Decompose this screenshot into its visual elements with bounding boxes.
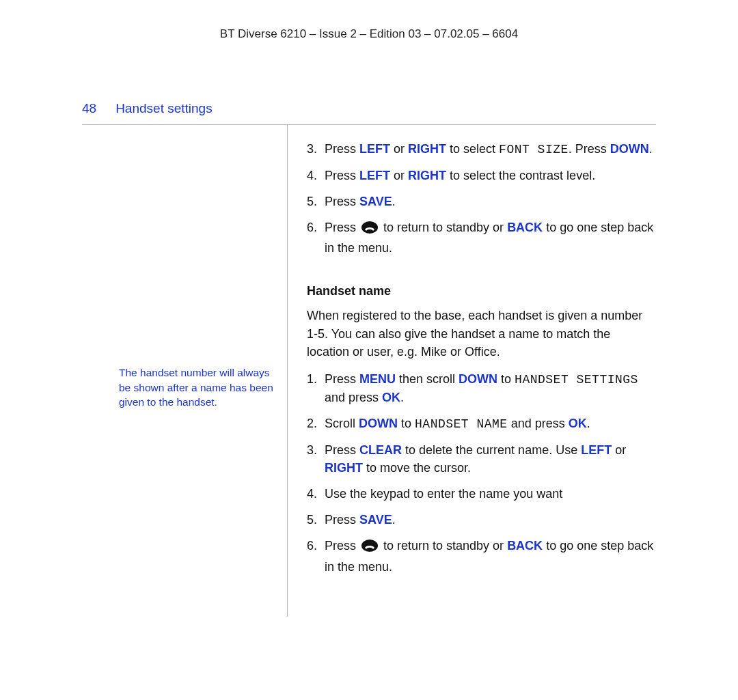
text-fragment: to select the contrast level. <box>446 169 595 182</box>
key-menu: MENU <box>359 372 396 386</box>
list-text: Press LEFT or RIGHT to select FONT SIZE.… <box>325 140 656 158</box>
key-ok: OK <box>569 417 587 430</box>
key-save: SAVE <box>359 513 392 527</box>
text-fragment: to <box>497 372 515 386</box>
key-ok: OK <box>382 391 400 404</box>
text-fragment: to select <box>446 142 499 156</box>
screen-text-handset-settings: HANDSET SETTINGS <box>515 373 638 387</box>
margin-note: The handset number will always be shown … <box>119 365 273 410</box>
text-fragment: to <box>398 417 415 430</box>
text-fragment: Press <box>325 221 359 234</box>
subsection-heading: Handset name <box>307 284 656 298</box>
text-fragment: Scroll <box>325 417 359 430</box>
instruction-item: 5. Press SAVE. <box>307 193 656 210</box>
text-fragment: to return to standby or <box>380 539 507 552</box>
list-number: 6. <box>307 537 325 575</box>
list-number: 6. <box>307 219 325 257</box>
key-back: BACK <box>507 221 543 234</box>
instruction-item: 4. Press LEFT or RIGHT to select the con… <box>307 167 656 184</box>
margin-notes-column: The handset number will always be shown … <box>82 125 287 617</box>
list-text: Press SAVE. <box>325 193 656 210</box>
key-right: RIGHT <box>408 142 446 156</box>
list-number: 5. <box>307 511 325 529</box>
text-fragment: Press <box>325 443 359 457</box>
list-number: 1. <box>307 370 325 406</box>
page-number: 48 <box>82 101 96 116</box>
instruction-item: 3. Press CLEAR to delete the current nam… <box>307 441 656 477</box>
key-down: DOWN <box>610 142 649 156</box>
text-fragment: and press <box>508 417 569 430</box>
instruction-item: 5. Press SAVE. <box>307 511 656 529</box>
text-fragment: . <box>392 195 396 208</box>
key-clear: CLEAR <box>359 443 402 457</box>
text-fragment: or <box>390 169 408 182</box>
list-text: Scroll DOWN to HANDSET NAME and press OK… <box>325 415 656 433</box>
list-text: Press MENU then scroll DOWN to HANDSET S… <box>325 370 656 406</box>
list-text: Press to return to standby or BACK to go… <box>325 219 656 257</box>
text-fragment: Press <box>325 142 359 156</box>
list-number: 5. <box>307 193 325 210</box>
end-call-icon <box>361 221 379 239</box>
main-content-column: 3. Press LEFT or RIGHT to select FONT SI… <box>288 125 656 617</box>
instruction-item: 6. Press to return to standby or BACK to… <box>307 537 656 575</box>
text-fragment: . <box>392 513 396 527</box>
key-right: RIGHT <box>408 169 446 182</box>
text-fragment: to move the cursor. <box>363 461 471 475</box>
instruction-item: 2. Scroll DOWN to HANDSET NAME and press… <box>307 415 656 433</box>
list-text: Press SAVE. <box>325 511 656 529</box>
instruction-list-handset-name: 1. Press MENU then scroll DOWN to HANDSE… <box>307 370 656 576</box>
section-title: Handset settings <box>115 101 213 116</box>
text-fragment: and press <box>325 391 382 404</box>
text-fragment: Press <box>325 169 359 182</box>
text-fragment: . <box>400 391 404 404</box>
list-text: Use the keypad to enter the name you wan… <box>325 485 656 503</box>
text-fragment: Press <box>325 195 359 208</box>
list-text: Press LEFT or RIGHT to select the contra… <box>325 167 656 184</box>
key-down: DOWN <box>359 417 398 430</box>
text-fragment: to delete the current name. Use <box>402 443 581 457</box>
text-fragment: Press <box>325 513 359 527</box>
key-right: RIGHT <box>325 461 363 475</box>
key-left: LEFT <box>359 142 390 156</box>
screen-text-handset-name: HANDSET NAME <box>415 417 508 431</box>
list-number: 4. <box>307 485 325 503</box>
text-fragment: Press <box>325 539 359 552</box>
screen-text-font-size: FONT SIZE <box>499 143 569 156</box>
list-number: 3. <box>307 441 325 477</box>
instruction-item: 6. Press to return to standby or BACK to… <box>307 219 656 257</box>
text-fragment: then scroll <box>396 372 459 386</box>
key-back: BACK <box>507 539 543 552</box>
instruction-item: 3. Press LEFT or RIGHT to select FONT SI… <box>307 140 656 158</box>
key-save: SAVE <box>359 195 392 208</box>
text-fragment: . Press <box>569 142 610 156</box>
two-column-layout: The handset number will always be shown … <box>82 125 656 617</box>
list-text: Press CLEAR to delete the current name. … <box>325 441 656 477</box>
key-down: DOWN <box>459 372 497 386</box>
key-left: LEFT <box>359 169 390 182</box>
text-fragment: . <box>649 142 653 156</box>
section-header: 48 Handset settings <box>82 101 656 116</box>
list-number: 3. <box>307 140 325 158</box>
list-text: Press to return to standby or BACK to go… <box>325 537 656 575</box>
text-fragment: Press <box>325 372 359 386</box>
text-fragment: or <box>612 443 626 457</box>
manual-page: BT Diverse 6210 – Issue 2 – Edition 03 –… <box>0 0 738 700</box>
handset-name-intro: When registered to the base, each handse… <box>307 307 656 360</box>
end-call-icon <box>361 539 379 557</box>
instruction-list-continued: 3. Press LEFT or RIGHT to select FONT SI… <box>307 140 656 257</box>
instruction-item: 4. Use the keypad to enter the name you … <box>307 485 656 503</box>
text-fragment: to return to standby or <box>380 221 507 234</box>
text-fragment: or <box>390 142 408 156</box>
document-header: BT Diverse 6210 – Issue 2 – Edition 03 –… <box>82 27 656 41</box>
list-number: 2. <box>307 415 325 433</box>
instruction-item: 1. Press MENU then scroll DOWN to HANDSE… <box>307 370 656 406</box>
text-fragment: . <box>587 417 590 430</box>
key-left: LEFT <box>581 443 612 457</box>
list-number: 4. <box>307 167 325 184</box>
